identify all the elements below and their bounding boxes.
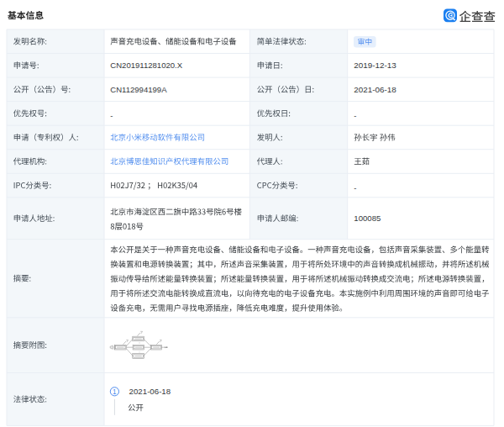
svg-text:-: -: [110, 111, 113, 120]
svg-text:100085: 100085: [354, 214, 381, 223]
svg-text:2021-06-18: 2021-06-18: [354, 85, 396, 94]
svg-text:-: -: [354, 183, 356, 192]
svg-text:2021-06-18: 2021-06-18: [129, 387, 171, 396]
svg-text:CN112994199A: CN112994199A: [110, 85, 167, 94]
svg-text:2019-12-13: 2019-12-13: [354, 61, 396, 70]
svg-text:-: -: [354, 111, 356, 120]
svg-text:1: 1: [113, 388, 117, 396]
svg-text:CN201911281020.X: CN201911281020.X: [110, 61, 182, 70]
